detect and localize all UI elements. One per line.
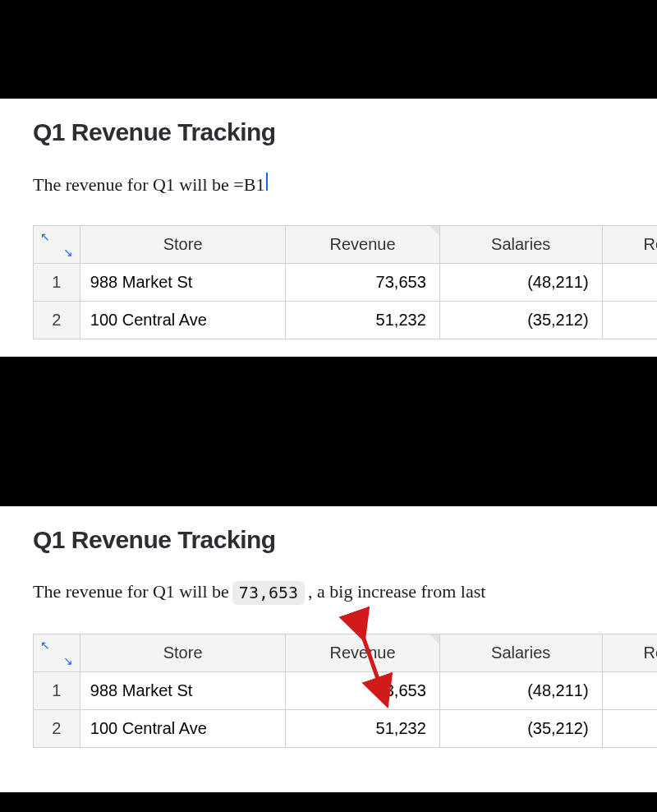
cell-revenue[interactable]: 73,653: [286, 672, 439, 710]
cell-revenue[interactable]: 51,232: [286, 710, 439, 748]
cell-re[interactable]: [602, 710, 657, 748]
col-header-store[interactable]: Store: [80, 226, 286, 264]
table-row[interactable]: 2 100 Central Ave 51,232 (35,212): [34, 710, 658, 748]
spreadsheet-table[interactable]: ↖ ↘ Store Revenue Salaries Re 1 988 Mark…: [33, 634, 657, 748]
cell-store[interactable]: 988 Market St: [80, 264, 286, 302]
table-row[interactable]: 1 988 Market St 73,653 (48,211): [34, 264, 658, 302]
page-title: Q1 Revenue Tracking: [33, 118, 624, 146]
arrow-se-icon: ↘: [63, 247, 73, 258]
body-sentence: The revenue for Q1 will be 73,653 , a bi…: [33, 580, 624, 604]
arrow-nw-icon: ↖: [40, 639, 50, 651]
col-header-revenue[interactable]: Revenue: [286, 226, 439, 264]
cell-store[interactable]: 988 Market St: [80, 672, 286, 710]
table-corner-expand[interactable]: ↖ ↘: [34, 634, 80, 672]
cell-salaries[interactable]: (35,212): [439, 302, 602, 339]
cell-store[interactable]: 100 Central Ave: [80, 302, 286, 339]
sentence-text-pre: The revenue for Q1 will be: [33, 581, 229, 602]
col-header-re[interactable]: Re: [602, 226, 657, 264]
cell-store[interactable]: 100 Central Ave: [80, 710, 286, 748]
sentence-text-post: , a big increase from last: [308, 581, 485, 602]
col-header-store[interactable]: Store: [80, 634, 286, 672]
cell-revenue[interactable]: 51,232: [286, 302, 439, 339]
table-row[interactable]: 1 988 Market St 73,653 (48,211): [34, 672, 658, 710]
sentence-text[interactable]: The revenue for Q1 will be =B1: [33, 174, 264, 196]
panel-formula-result: Q1 Revenue Tracking The revenue for Q1 w…: [0, 506, 657, 792]
page-title: Q1 Revenue Tracking: [33, 526, 624, 554]
row-header[interactable]: 2: [34, 710, 80, 748]
cell-re[interactable]: [602, 302, 657, 339]
table-row[interactable]: 2 100 Central Ave 51,232 (35,212): [34, 302, 658, 339]
table-corner-expand[interactable]: ↖ ↘: [34, 226, 80, 264]
col-header-revenue[interactable]: Revenue: [286, 634, 439, 672]
text-cursor: [266, 173, 268, 191]
col-header-salaries[interactable]: Salaries: [439, 634, 602, 672]
cell-re[interactable]: [602, 672, 657, 710]
row-header[interactable]: 1: [34, 264, 80, 302]
arrow-se-icon: ↘: [63, 655, 73, 667]
cell-re[interactable]: [602, 264, 657, 302]
cell-salaries[interactable]: (48,211): [439, 672, 602, 710]
col-header-salaries[interactable]: Salaries: [439, 226, 602, 264]
arrow-nw-icon: ↖: [40, 231, 50, 242]
row-header[interactable]: 2: [34, 302, 80, 339]
row-header[interactable]: 1: [34, 672, 80, 710]
cell-salaries[interactable]: (48,211): [439, 264, 602, 302]
spreadsheet-table[interactable]: ↖ ↘ Store Revenue Salaries Re 1 988 Mark…: [33, 225, 657, 339]
cell-reference-pill[interactable]: 73,653: [232, 581, 305, 605]
cell-revenue[interactable]: 73,653: [286, 264, 439, 302]
col-header-re[interactable]: Re: [602, 634, 657, 672]
body-sentence: The revenue for Q1 will be =B1: [33, 173, 624, 196]
panel-formula-entry: Q1 Revenue Tracking The revenue for Q1 w…: [0, 99, 657, 357]
cell-salaries[interactable]: (35,212): [439, 710, 602, 748]
